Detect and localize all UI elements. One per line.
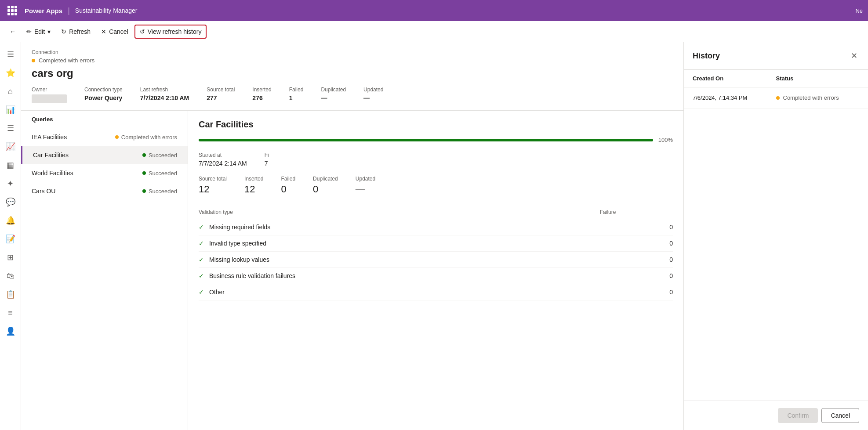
connection-type-value: Power Query xyxy=(84,94,123,101)
validation-row: ✓ Business rule validation failures 0 xyxy=(199,268,673,284)
finished-label: Fi xyxy=(265,152,269,158)
confirm-button: Confirm xyxy=(778,408,818,423)
query-status-dot-iea xyxy=(115,135,119,139)
detail-source-total-value: 12 xyxy=(199,184,227,195)
validation-failure-count: 0 xyxy=(600,268,673,284)
detail-inserted-value: 12 xyxy=(244,184,263,195)
query-name-cars-ou: Cars OU xyxy=(32,188,55,195)
query-status-text-car: Succeeded xyxy=(149,152,177,159)
history-row: 7/6/2024, 7:14:34 PM Completed with erro… xyxy=(684,87,868,108)
refresh-label: Refresh xyxy=(69,28,91,35)
detail-failed-label: Failed xyxy=(281,176,295,182)
toolbar: ← ✏ Edit ▾ ↻ Refresh ✕ Cancel ↺ View ref… xyxy=(0,21,868,42)
query-item-iea[interactable]: IEA Facilities Completed with errors xyxy=(21,128,188,146)
inserted-label: Inserted xyxy=(252,87,271,93)
check-icon: ✓ xyxy=(199,240,204,247)
started-at-item: Started at 7/7/2024 2:14 AM xyxy=(199,152,247,167)
sidebar-icon-light[interactable]: ✦ xyxy=(2,175,19,192)
detail-updated-label: Updated xyxy=(356,176,375,182)
duplicated-item: Duplicated — xyxy=(321,87,346,101)
last-refresh-item: Last refresh 7/7/2024 2:10 AM xyxy=(140,87,189,101)
sidebar-icon-analytics[interactable]: 📊 xyxy=(2,101,19,119)
progress-pct: 100% xyxy=(658,137,673,143)
edit-chevron-icon: ▾ xyxy=(47,28,51,35)
validation-failure-count: 0 xyxy=(600,252,673,268)
query-status-cars-ou: Succeeded xyxy=(142,188,177,195)
refresh-button[interactable]: ↻ Refresh xyxy=(57,25,95,38)
sidebar-icon-home[interactable]: ⌂ xyxy=(2,83,19,100)
queries-title: Queries xyxy=(21,111,188,128)
sidebar-icon-clip[interactable]: 📋 xyxy=(2,285,19,303)
validation-type: Invalid type specified xyxy=(209,235,600,252)
app-grid-button[interactable] xyxy=(5,4,19,18)
view-refresh-history-button[interactable]: ↺ View refresh history xyxy=(134,25,207,39)
split-area: Queries IEA Facilities Completed with er… xyxy=(21,111,683,430)
query-status-text-iea: Completed with errors xyxy=(121,134,177,141)
started-at-value: 7/7/2024 2:14 AM xyxy=(199,160,247,167)
validation-type: Missing lookup values xyxy=(209,252,600,268)
detail-inserted-label: Inserted xyxy=(244,176,263,182)
queries-panel: Queries IEA Facilities Completed with er… xyxy=(21,111,188,430)
query-item-car[interactable]: Car Facilities Succeeded xyxy=(21,146,188,164)
cancel-label: Cancel xyxy=(831,412,850,419)
validation-type-header: Validation type xyxy=(199,206,600,219)
sidebar-icon-bag[interactable]: 🛍 xyxy=(2,267,19,285)
timing-row: Started at 7/7/2024 2:14 AM Fi 7 xyxy=(199,152,673,167)
back-button[interactable]: ← xyxy=(5,25,20,38)
updated-value: — xyxy=(363,94,383,101)
validation-row: ✓ Missing lookup values 0 xyxy=(199,252,673,268)
connection-type-label: Connection type xyxy=(84,87,123,93)
connection-status-text: Completed with errors xyxy=(39,57,94,64)
sidebar-icon-chart[interactable]: 📈 xyxy=(2,138,19,155)
confirm-label: Confirm xyxy=(787,412,809,419)
started-at-label: Started at xyxy=(199,152,247,158)
sidebar-icon-bell[interactable]: 🔔 xyxy=(2,212,19,229)
history-close-button[interactable]: ✕ xyxy=(849,49,859,62)
sidebar-icon-user[interactable]: 👤 xyxy=(2,322,19,340)
query-item-cars-ou[interactable]: Cars OU Succeeded xyxy=(21,182,188,200)
left-sidebar: ☰ ⭐ ⌂ 📊 ☰ 📈 ▦ ✦ 💬 🔔 📝 ⊞ 🛍 📋 ≡ 👤 xyxy=(0,42,21,430)
sidebar-icon-grid[interactable]: ⊞ xyxy=(2,249,19,266)
sidebar-icon-favorites[interactable]: ⭐ xyxy=(2,64,19,82)
sidebar-icon-lines[interactable]: ≡ xyxy=(2,304,19,322)
connection-label: Connection xyxy=(32,49,673,55)
history-rows: 7/6/2024, 7:14:34 PM Completed with erro… xyxy=(684,87,868,108)
failed-value: 1 xyxy=(289,94,304,101)
sidebar-icon-data[interactable]: ▦ xyxy=(2,156,19,174)
history-status-dot xyxy=(776,96,780,100)
detail-source-total-label: Source total xyxy=(199,176,227,182)
check-icon: ✓ xyxy=(199,256,204,263)
inserted-value: 276 xyxy=(252,94,271,101)
history-title: History xyxy=(693,51,720,61)
connection-name: cars org xyxy=(32,67,673,79)
history-header: History ✕ xyxy=(684,42,868,70)
validation-failure-count: 0 xyxy=(600,219,673,235)
validation-row: ✓ Invalid type specified 0 xyxy=(199,235,673,252)
back-icon: ← xyxy=(10,28,16,35)
sidebar-icon-chat[interactable]: 💬 xyxy=(2,193,19,211)
validation-failure-count: 0 xyxy=(600,284,673,300)
sidebar-icon-notes[interactable]: 📝 xyxy=(2,230,19,248)
inserted-item: Inserted 276 xyxy=(252,87,271,101)
history-cancel-button[interactable]: Cancel xyxy=(821,408,859,423)
query-item-world[interactable]: World Facilities Succeeded xyxy=(21,164,188,182)
detail-updated-value: — xyxy=(356,184,375,195)
sidebar-icon-list[interactable]: ☰ xyxy=(2,119,19,137)
history-status-text: Completed with errors xyxy=(783,94,839,101)
history-icon: ↺ xyxy=(140,28,145,35)
cancel-label: Cancel xyxy=(109,28,128,35)
detail-panel: Car Facilities 100% Started at 7/7/2024 … xyxy=(188,111,683,430)
detail-updated: Updated — xyxy=(356,176,375,195)
cancel-button[interactable]: ✕ Cancel xyxy=(97,25,133,38)
duplicated-label: Duplicated xyxy=(321,87,346,93)
query-name-car: Car Facilities xyxy=(33,152,69,159)
sidebar-icon-menu[interactable]: ☰ xyxy=(2,46,19,63)
failed-item: Failed 1 xyxy=(289,87,304,101)
validation-type: Other xyxy=(209,284,600,300)
source-total-label: Source total xyxy=(207,87,235,93)
edit-button[interactable]: ✏ Edit ▾ xyxy=(22,25,55,38)
detail-source-total: Source total 12 xyxy=(199,176,227,195)
query-name-iea: IEA Facilities xyxy=(32,134,67,141)
query-name-world: World Facilities xyxy=(32,170,73,177)
content-area: Connection Completed with errors cars or… xyxy=(21,42,683,430)
